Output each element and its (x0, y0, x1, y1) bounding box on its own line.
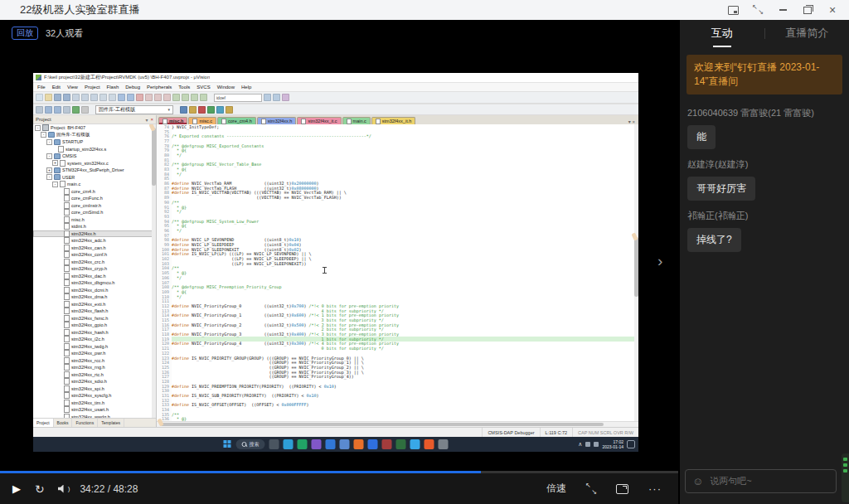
find-in-files-icon[interactable] (273, 94, 280, 101)
tree-item[interactable]: -STARTUP (33, 138, 156, 146)
tree-item[interactable]: core_cmInstr.h (33, 202, 156, 210)
panel-close-icon[interactable]: × (150, 117, 153, 122)
kill-breakpoints-icon[interactable] (216, 106, 224, 114)
cut-icon[interactable] (72, 94, 80, 101)
expand-icon[interactable]: - (46, 139, 52, 145)
tree-item[interactable]: stm32f4xx_rng.h (33, 364, 156, 371)
expand-icon[interactable]: - (41, 132, 46, 138)
menu-item-file[interactable]: File (37, 85, 46, 90)
tree-item[interactable]: stm32f4xx_hash.h (33, 329, 156, 337)
prev-bookmark-icon[interactable] (145, 94, 153, 101)
code-area[interactable]: 74} NVIC_InitTypeDef;7576/* Exported con… (157, 124, 638, 421)
expand-icon[interactable]: + (52, 160, 58, 166)
file-tab-core_cm4.h[interactable]: core_cm4.h (217, 117, 256, 124)
menu-item-debug[interactable]: Debug (125, 85, 140, 90)
tree-item[interactable]: stm32f4xx_exti.h (33, 301, 156, 308)
stop-icon[interactable] (81, 106, 89, 114)
expand-icon[interactable]: + (46, 167, 52, 173)
menu-item-peripherals[interactable]: Peripherals (147, 85, 172, 90)
taskbar-app-icon[interactable] (368, 439, 378, 449)
paste-icon[interactable] (90, 94, 98, 101)
tree-item[interactable]: stm32f4xx_i2c.h (33, 336, 156, 343)
tree-item[interactable]: stm32f4xx_fsmc.h (33, 315, 156, 322)
more-button[interactable]: ··· (648, 482, 662, 495)
save-icon[interactable] (54, 94, 61, 101)
tree-item[interactable]: stm32f4xx_pwr.h (33, 350, 156, 357)
next-bookmark-icon[interactable] (154, 94, 162, 101)
insert-breakpoint-icon[interactable] (207, 106, 215, 114)
tree-item[interactable]: stdint.h (33, 223, 156, 230)
open-icon[interactable] (45, 94, 52, 101)
navigate-forward-icon[interactable] (127, 94, 134, 101)
tree-item[interactable]: -main.c (33, 181, 156, 188)
close-icon[interactable]: × (826, 3, 839, 17)
tray-icon[interactable] (594, 442, 599, 447)
volume-button[interactable]: ) (58, 485, 70, 493)
tree-item[interactable]: stm32f4xx_iwdg.h (33, 343, 156, 351)
menu-item-project[interactable]: Project (85, 85, 100, 90)
file-tab-stm32f4xx.h[interactable]: stm32f4xx.h (257, 117, 297, 124)
taskbar-app-icon[interactable] (439, 439, 449, 449)
download-icon[interactable] (72, 106, 80, 114)
batch-build-icon[interactable] (63, 106, 70, 114)
menu-item-svcs[interactable]: SVCS (196, 85, 210, 90)
file-tab-stm32f4xx_it.h[interactable]: stm32f4xx_it.h (371, 117, 415, 124)
panel-pin-icon[interactable]: ▾ (145, 117, 148, 123)
tree-item[interactable]: stm32f4xx_spi.h (33, 385, 156, 393)
chat-input[interactable] (708, 475, 829, 487)
taskbar-app-icon[interactable] (424, 439, 434, 449)
file-tab-main.c[interactable]: main.c (342, 117, 371, 124)
minimize-icon[interactable] (776, 3, 789, 17)
start-button[interactable] (224, 440, 232, 448)
speed-button[interactable]: 倍速 (546, 482, 566, 496)
tree-item[interactable]: stm32f4xx_dcmi.h (33, 287, 156, 294)
project-tree[interactable]: -Project: BH-F407-固件库-工程模版-STARTUPstartu… (33, 124, 156, 418)
tray-expand-icon[interactable]: ∧ (578, 441, 582, 448)
tree-item[interactable]: +STM32F4xx_StdPeriph_Driver (33, 167, 156, 174)
menu-item-help[interactable]: Help (241, 85, 251, 90)
editor-vscrollbar[interactable] (634, 124, 638, 421)
collapse-chat-chevron[interactable]: › (657, 252, 662, 270)
panel-tab-project[interactable]: Project (33, 419, 54, 427)
tree-item[interactable]: -固件库-工程模版 (33, 132, 156, 139)
menu-item-edit[interactable]: Edit (52, 85, 61, 90)
tree-item[interactable]: stm32f4xx_tim.h (33, 400, 156, 407)
taskbar-app-icon[interactable] (396, 439, 406, 449)
taskbar-app-icon[interactable] (284, 439, 294, 449)
expand-icon[interactable]: - (46, 174, 52, 180)
editor-tab-buttons[interactable]: ▾ × (628, 119, 637, 124)
chat-input-box[interactable]: ☺ (685, 469, 837, 493)
taskbar-app-icon[interactable] (326, 439, 336, 449)
expand-icon[interactable]: - (46, 153, 52, 159)
tree-item[interactable]: stm32f4xx_sdio.h (33, 378, 156, 385)
tree-item[interactable]: stm32f4xx_rtc.h (33, 371, 156, 379)
navigate-back-icon[interactable] (118, 94, 125, 101)
redo-icon[interactable] (109, 94, 116, 101)
tree-item[interactable]: stm32f4xx_gpio.h (33, 322, 156, 329)
theater-mode-icon[interactable] (616, 484, 628, 494)
taskbar-app-icon[interactable] (269, 439, 279, 449)
find-icon[interactable] (264, 94, 271, 101)
clear-bookmarks-icon[interactable] (163, 94, 171, 101)
tree-item[interactable]: stm32f4xx_rcc.h (33, 357, 156, 365)
tree-item[interactable]: stm32f4xx_can.h (33, 245, 156, 252)
tree-item[interactable]: stm32f4xx_adc.h (33, 237, 156, 245)
file-extensions-icon[interactable] (189, 106, 196, 114)
taskbar-search[interactable]: 搜索 (236, 439, 265, 449)
taskbar-app-icon[interactable] (382, 439, 392, 449)
save-all-icon[interactable] (63, 94, 70, 101)
menu-item-view[interactable]: View (67, 85, 78, 90)
expand-icon[interactable]: - (35, 125, 41, 131)
file-tab-stm32f4xx_it.c[interactable]: stm32f4xx_it.c (297, 117, 341, 124)
file-tab-misc.h[interactable]: misc.h (158, 117, 187, 124)
tree-item[interactable]: core_cmFunc.h (33, 195, 156, 202)
menu-item-tools[interactable]: Tools (178, 85, 190, 90)
tree-item[interactable]: -USER (33, 174, 156, 182)
taskbar-app-icon[interactable] (340, 439, 350, 449)
panel-tab-templates[interactable]: Templates (98, 419, 124, 427)
tree-item[interactable]: stm32f4xx_syscfg.h (33, 392, 156, 400)
tree-item[interactable]: core_cm4.h (33, 188, 156, 196)
resize-icon[interactable]: ↖↘ (751, 3, 764, 17)
panel-tab-books[interactable]: Books (54, 419, 73, 427)
copy-icon[interactable] (81, 94, 89, 101)
